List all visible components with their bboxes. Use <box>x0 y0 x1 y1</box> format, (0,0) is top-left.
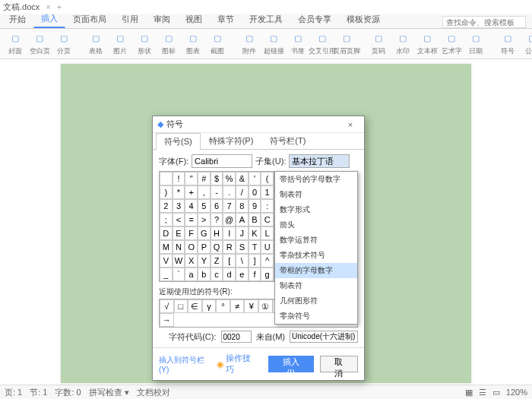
symbol-cell[interactable]: + <box>185 185 198 199</box>
symbol-cell[interactable]: 9 <box>249 199 261 213</box>
symbol-cell[interactable]: L <box>261 226 274 240</box>
symbol-cell[interactable]: = <box>185 213 198 226</box>
symbol-cell[interactable]: [ <box>223 254 236 268</box>
ribbon-date[interactable]: ▢日期 <box>465 32 486 56</box>
ribbon-table[interactable]: ▢表格 <box>85 32 106 56</box>
symbol-cell[interactable]: 3 <box>173 199 185 213</box>
symbol-cell[interactable]: 4 <box>185 199 198 213</box>
ribbon-txt[interactable]: ▢文本框 <box>416 32 438 56</box>
symbol-cell[interactable]: : <box>261 199 274 213</box>
symbol-cell[interactable]: ) <box>160 185 173 199</box>
dropdown-item[interactable]: 箭头 <box>275 217 357 233</box>
tab-review[interactable]: 审阅 <box>146 11 178 28</box>
dropdown-item[interactable]: 零杂技术符号 <box>275 248 357 263</box>
ribbon-sym[interactable]: ▢符号 <box>497 32 518 56</box>
symbol-cell[interactable]: N <box>173 240 185 254</box>
ribbon-xref[interactable]: ▢交叉引用 <box>312 32 333 56</box>
ribbon-wm[interactable]: ▢水印 <box>392 32 413 56</box>
symbol-cell[interactable]: & <box>236 172 249 185</box>
dropdown-item[interactable]: 制表符 <box>275 278 357 293</box>
symbol-cell[interactable]: I <box>223 226 236 240</box>
symbol-cell[interactable]: ( <box>261 172 274 185</box>
ribbon-cover[interactable]: ▢封面 <box>5 32 26 56</box>
recent-symbol[interactable]: γ <box>202 299 217 313</box>
ribbon-break[interactable]: ▢分页 <box>53 32 74 56</box>
symbol-cell[interactable]: - <box>211 185 223 199</box>
status-page[interactable]: 页: 1 <box>5 387 22 398</box>
dropdown-item[interactable]: 带框的字母数字 <box>275 263 357 278</box>
zoom-level[interactable]: 120% <box>506 388 527 397</box>
symbol-cell[interactable]: > <box>198 213 211 226</box>
status-section[interactable]: 节: 1 <box>30 387 47 398</box>
recent-symbol[interactable]: ≠ <box>230 299 245 313</box>
tab-layout[interactable]: 页面布局 <box>65 11 114 28</box>
symbol-cell[interactable]: ' <box>249 172 261 185</box>
tips-link[interactable]: ◉操作技巧 <box>217 353 256 375</box>
recent-symbol[interactable]: ∈ <box>188 299 202 313</box>
symbol-cell[interactable]: 1 <box>261 185 274 199</box>
tab-home[interactable]: 开始 <box>2 11 33 28</box>
symbol-cell[interactable] <box>160 172 173 185</box>
recent-symbol[interactable]: □ <box>174 299 188 313</box>
symbol-cell[interactable]: ` <box>173 268 185 281</box>
symbol-cell[interactable]: < <box>173 213 185 226</box>
symbol-cell[interactable]: B <box>249 213 261 226</box>
recent-symbol[interactable]: ① <box>258 299 273 313</box>
symbol-cell[interactable]: P <box>198 240 211 254</box>
symbol-cell[interactable]: K <box>249 226 261 240</box>
subset-select[interactable] <box>289 154 350 168</box>
symbol-cell[interactable]: U <box>261 240 274 254</box>
symbol-cell[interactable]: % <box>223 172 236 185</box>
from-select[interactable] <box>290 331 358 343</box>
insert-to-bar-link[interactable]: 插入到符号栏(Y) <box>159 355 211 374</box>
ribbon-icon[interactable]: ▢图标 <box>158 32 179 56</box>
symbol-cell[interactable]: g <box>261 268 274 281</box>
symbol-cell[interactable]: G <box>198 226 211 240</box>
symbol-cell[interactable]: e <box>236 268 249 281</box>
symbol-cell[interactable]: C <box>261 213 274 226</box>
ribbon-art[interactable]: ▢艺术字 <box>441 32 462 56</box>
dlg-tab-special[interactable]: 特殊字符(P) <box>201 132 262 149</box>
ribbon-flow[interactable]: ▢附件 <box>239 32 260 56</box>
recent-symbol[interactable]: √ <box>160 299 174 313</box>
symbol-cell[interactable]: A <box>236 213 249 226</box>
ribbon-shape[interactable]: ▢形状 <box>134 32 155 56</box>
tab-template[interactable]: 模板资源 <box>339 11 388 28</box>
view-outline-icon[interactable]: ☰ <box>479 388 486 397</box>
ribbon-eq[interactable]: ▢公式 <box>521 32 532 56</box>
dropdown-item[interactable]: 零杂符号 <box>275 309 357 324</box>
dlg-tab-symbol[interactable]: 符号(S) <box>156 133 201 150</box>
symbol-cell[interactable]: X <box>185 254 198 268</box>
status-spell[interactable]: 拼写检查 ▾ <box>89 387 129 398</box>
font-select[interactable] <box>192 154 252 168</box>
symbol-cell[interactable]: ! <box>173 172 185 185</box>
symbol-cell[interactable]: W <box>173 254 185 268</box>
symbol-cell[interactable]: D <box>160 226 173 240</box>
symbol-cell[interactable]: a <box>185 268 198 281</box>
symbol-cell[interactable]: 2 <box>160 199 173 213</box>
symbol-cell[interactable]: ; <box>160 213 173 226</box>
status-words[interactable]: 字数: 0 <box>55 387 81 398</box>
ribbon-hdr[interactable]: ▢页眉页脚 <box>336 32 357 56</box>
symbol-cell[interactable]: Z <box>211 254 223 268</box>
symbol-cell[interactable]: 5 <box>198 199 211 213</box>
symbol-cell[interactable]: J <box>236 226 249 240</box>
status-proof[interactable]: 文档校对 <box>137 387 170 398</box>
dropdown-item[interactable]: 带括号的字母数字 <box>275 172 357 187</box>
search-input[interactable] <box>442 16 526 28</box>
symbol-cell[interactable]: \ <box>236 254 249 268</box>
symbol-cell[interactable]: 6 <box>211 199 223 213</box>
dlg-tab-bar[interactable]: 符号栏(T) <box>261 132 314 149</box>
symbol-cell[interactable]: f <box>249 268 261 281</box>
recent-symbol[interactable]: → <box>160 313 174 327</box>
dropdown-item[interactable]: 几何图形符 <box>275 293 357 309</box>
insert-button[interactable]: 插入(I) <box>268 356 314 372</box>
symbol-cell[interactable]: b <box>198 268 211 281</box>
code-input[interactable] <box>221 331 252 343</box>
symbol-cell[interactable]: , <box>198 185 211 199</box>
symbol-cell[interactable]: d <box>223 268 236 281</box>
symbol-cell[interactable]: R <box>223 240 236 254</box>
symbol-cell[interactable]: # <box>198 172 211 185</box>
symbol-cell[interactable]: " <box>185 172 198 185</box>
ribbon-bm[interactable]: ▢书签 <box>287 32 309 56</box>
